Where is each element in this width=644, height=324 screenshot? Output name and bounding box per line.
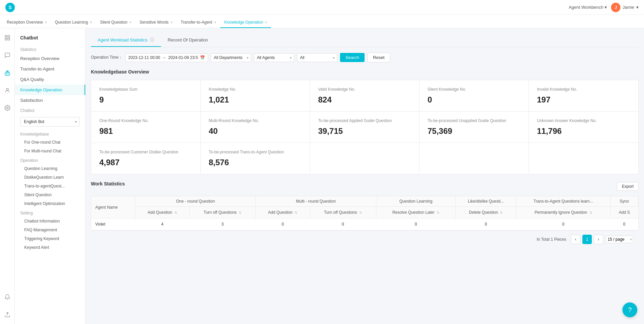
tab-knowledge-operation[interactable]: Knowledge Operation× [220, 17, 271, 28]
help-button[interactable]: ? [622, 302, 637, 317]
kb-item-for-multi-round-chat[interactable]: For Multi-round Chat [15, 147, 85, 155]
chevron-down-icon: ▾ [636, 5, 639, 10]
upload-icon-btn[interactable] [2, 309, 13, 320]
stat-cell-valid-knowledge-no: Valid Knowledge No. 824 [310, 80, 419, 112]
export-button[interactable]: Export [617, 182, 639, 191]
date-from: 2023-12-11 00:00 [128, 55, 160, 60]
svg-rect-2 [5, 38, 7, 40]
kb-items: For One-round ChatFor Multi-round Chat [15, 138, 85, 155]
col-perm-ignore[interactable]: Permanently Ignore Question ⇅ [516, 207, 610, 218]
chatbot-dropdown[interactable]: English Bot [20, 117, 80, 126]
tab-sensitive-words[interactable]: Sensitive Words× [135, 17, 176, 28]
type-filter[interactable]: All [297, 53, 337, 62]
avatar: J [611, 3, 620, 12]
sort-icon[interactable]: ⇅ [239, 211, 241, 214]
work-stats-header: Work Statistics Export [91, 181, 639, 192]
tab-transfer-to-agent[interactable]: Transfer-to-Agent× [177, 17, 220, 28]
sort-icon[interactable]: ⇅ [437, 211, 439, 214]
tab-record-of-operation[interactable]: Record Of Operation [161, 34, 215, 47]
svg-rect-0 [5, 35, 7, 37]
pagination: In Total 1 Pieces ‹ 1 › 15 / page 30 / p… [91, 231, 639, 248]
stats-container: Knowledgebase Sum 9 Knowledge No. 1,021 … [91, 80, 639, 174]
table-body: Violet43000000 [91, 218, 638, 230]
sort-icon[interactable]: ⇅ [500, 211, 503, 214]
work-stats-table: Agent Name One - round Question Multi - … [91, 196, 638, 230]
setting-item-triggering-keyword[interactable]: Triggering Keyword [15, 234, 85, 243]
svg-rect-4 [5, 72, 10, 75]
chat-icon-btn[interactable] [2, 50, 13, 61]
close-icon[interactable]: × [130, 21, 132, 24]
kb-overview-title: Knowledgebase Overview [91, 69, 639, 75]
topbar: S Agent Workbench ▾ J Jamie ▾ [0, 0, 644, 15]
bell-icon-btn[interactable] [2, 292, 13, 302]
sort-icon[interactable]: ⇅ [589, 211, 592, 214]
sort-icon[interactable]: ⇅ [295, 211, 297, 214]
op-item-dislikequestion-learn[interactable]: DislikeQuestion Learn [15, 173, 85, 182]
setting-item-keyword-alert[interactable]: Keyword Alert [15, 243, 85, 252]
sidebar-stats-label: Statistics [15, 45, 85, 53]
search-button[interactable]: Search [340, 53, 365, 62]
agent-filter[interactable]: All Agents [254, 53, 294, 62]
stat-cell-multi-round-knowledge-no: Multi-Round Knowledge No. 40 [201, 112, 310, 143]
main-layout: Chatbot Statistics Reception OverviewTra… [0, 28, 644, 324]
dept-filter[interactable]: All Departments [211, 53, 251, 62]
sidebar-item-transfer-to-agent[interactable]: Transfer-to-Agent [15, 64, 85, 74]
tab-silent-question[interactable]: Silent Question× [96, 17, 135, 28]
kb-item-for-one-round-chat[interactable]: For One-round Chat [15, 138, 85, 147]
col-turnoff-q-one[interactable]: Turn off Questions ⇅ [189, 207, 256, 218]
col-delete-q[interactable]: Delete Question ⇅ [455, 207, 516, 218]
sidebar-item-satisfaction[interactable]: Satisfaction [15, 95, 85, 106]
user-menu[interactable]: J Jamie ▾ [611, 3, 639, 12]
op-item-trans-to-agentquest...[interactable]: Trans-to-agentQuest... [15, 182, 85, 190]
setting-item-faq-management[interactable]: FAQ Management [15, 226, 85, 234]
chatbot-selector[interactable]: English Bot [20, 117, 80, 126]
calendar-icon: 📅 [200, 55, 205, 60]
person-icon-btn[interactable] [2, 85, 13, 96]
home-icon-btn[interactable] [2, 32, 13, 43]
stats-row-2: One-Round Knowledge No. 981 Multi-Round … [91, 112, 638, 143]
bot-icon-btn[interactable] [2, 67, 13, 78]
stat-value-cell-0: 4 [135, 218, 190, 230]
sidebar-nav: Reception OverviewTransfer-to-AgentQ&A Q… [15, 53, 85, 106]
col-add-q-multi[interactable]: Add Question ⇅ [256, 207, 310, 218]
settings-icon-btn[interactable] [2, 102, 13, 113]
stat-cell-one-round-knowledge-no: One-Round Knowledge No. 981 [91, 112, 201, 143]
close-icon[interactable]: × [45, 21, 47, 24]
sidebar-item-reception-overview[interactable]: Reception Overview [15, 53, 85, 64]
stat-cell-to-be-processed-customer-dislike-question: To-be-processed Customer Dislike Questio… [91, 143, 201, 174]
table-row: Violet43000000 [91, 218, 638, 230]
tab-reception-overview[interactable]: Reception Overview× [3, 17, 51, 28]
stat-value-cell-6: 0 [516, 218, 610, 230]
sidebar-chatbot-title: Chatbot [15, 32, 85, 45]
reset-button[interactable]: Reset [367, 53, 390, 62]
setting-item-chatbot-information[interactable]: Chatbot Information [15, 217, 85, 226]
close-icon[interactable]: × [90, 21, 92, 24]
table-group-header: Agent Name One - round Question Multi - … [91, 196, 638, 207]
col-add-s[interactable]: Add S [610, 207, 638, 218]
work-stats-table-wrapper: Agent Name One - round Question Multi - … [91, 196, 639, 231]
tab-question-learning[interactable]: Question Learning× [51, 17, 96, 28]
page-1-btn[interactable]: 1 [582, 235, 592, 244]
op-item-question-learning[interactable]: Question Learning [15, 164, 85, 173]
col-resolve-later[interactable]: Resolve Question Later ⇅ [376, 207, 455, 218]
op-item-intelligent-optimization[interactable]: Intelligent Optimization [15, 199, 85, 208]
agent-workbench-dropdown[interactable]: Agent Workbench ▾ [569, 5, 607, 10]
date-range-picker[interactable]: 2023-12-11 00:00 → 2024-01-09 23:5 📅 [125, 53, 208, 62]
tab-agent-workload[interactable]: Agent Workload Statistics ⓘ [91, 34, 161, 47]
col-turnoff-q-multi[interactable]: Turn off Questions ⇅ [310, 207, 376, 218]
sort-icon[interactable]: ⇅ [174, 211, 177, 214]
per-page-select[interactable]: 15 / page 30 / page 50 / page [605, 236, 633, 243]
agent-name-cell: Violet [91, 218, 135, 230]
close-icon[interactable]: × [171, 21, 173, 24]
op-item-silent-question[interactable]: Silent Question [15, 190, 85, 199]
close-icon[interactable]: × [265, 21, 267, 24]
sort-icon[interactable]: ⇅ [359, 211, 362, 214]
sidebar-item-knowledge-operation[interactable]: Knowledge Operation [15, 85, 85, 95]
next-page-btn[interactable]: › [594, 235, 603, 244]
close-icon[interactable]: × [214, 21, 216, 24]
sidebar-item-q&a-quality[interactable]: Q&A Quality [15, 74, 85, 85]
prev-page-btn[interactable]: ‹ [571, 235, 580, 244]
col-add-q-one[interactable]: Add Question ⇅ [135, 207, 190, 218]
stat-cell-empty [529, 143, 638, 174]
chevron-down-icon: ▾ [605, 5, 607, 10]
